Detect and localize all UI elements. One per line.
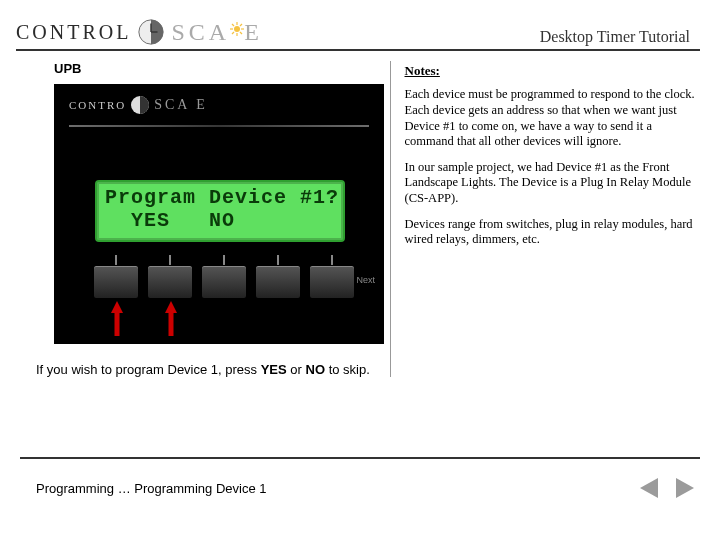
svg-line-8 <box>232 24 234 26</box>
section-label: UPB <box>54 61 382 76</box>
next-button[interactable] <box>676 478 694 498</box>
lcd-line-2: YES NO <box>105 209 335 232</box>
notes-paragraph-2: In our sample project, we had Device #1 … <box>405 160 697 207</box>
svg-line-11 <box>232 32 234 34</box>
logo-word-2: SCAE <box>171 19 262 46</box>
svg-line-9 <box>240 32 242 34</box>
device-divider <box>69 125 369 127</box>
device-logo-word-2: SCA E <box>154 97 208 113</box>
page-title: Desktop Timer Tutorial <box>540 28 700 46</box>
notes-heading: Notes: <box>405 63 697 79</box>
sun-icon <box>230 22 244 36</box>
lcd-screen: Program Device #1? YES NO <box>95 180 345 242</box>
notes-paragraph-3: Devices range from switches, plug in rel… <box>405 217 697 248</box>
instruction-no: NO <box>306 362 326 377</box>
footer: Programming … Programming Device 1 <box>36 478 700 498</box>
notes-panel: Notes: Each device must be programmed to… <box>390 61 701 377</box>
red-arrow-icon <box>167 301 175 337</box>
hw-button-1[interactable] <box>93 265 139 299</box>
hw-button-4[interactable] <box>255 265 301 299</box>
instruction-pre: If you wish to program Device 1, press <box>36 362 261 377</box>
svg-point-3 <box>234 26 240 32</box>
lcd-line-1: Program Device #1? <box>105 186 335 209</box>
instruction-post: to skip. <box>325 362 370 377</box>
device-logo-word-1: CONTRO <box>69 99 126 111</box>
hardware-buttons-row <box>93 265 355 299</box>
label-next: Next <box>356 275 375 285</box>
button-tick <box>169 255 171 265</box>
header: CONTROL SCAE Desktop Timer Tutorial <box>16 18 700 51</box>
instruction-mid: or <box>287 362 306 377</box>
svg-line-10 <box>240 24 242 26</box>
device-logo: CONTRO SCA E <box>69 95 208 115</box>
clock-icon <box>137 18 165 46</box>
logo-word-1: CONTROL <box>16 21 131 44</box>
device-screenshot: CONTRO SCA E Program Device #1? YES NO <box>54 84 384 344</box>
hw-button-3[interactable] <box>201 265 247 299</box>
hw-button-2[interactable] <box>147 265 193 299</box>
red-arrow-icon <box>113 301 121 337</box>
footer-divider <box>20 457 700 459</box>
instruction-yes: YES <box>261 362 287 377</box>
button-tick <box>331 255 333 265</box>
button-tick <box>277 255 279 265</box>
notes-paragraph-1: Each device must be programmed to respon… <box>405 87 697 150</box>
logo: CONTROL SCAE <box>16 18 263 46</box>
prev-button[interactable] <box>640 478 658 498</box>
moon-clock-icon <box>130 95 150 115</box>
breadcrumb: Programming … Programming Device 1 <box>36 481 266 496</box>
button-tick <box>223 255 225 265</box>
instruction-text: If you wish to program Device 1, press Y… <box>36 362 382 377</box>
hw-button-5[interactable] <box>309 265 355 299</box>
button-tick <box>115 255 117 265</box>
